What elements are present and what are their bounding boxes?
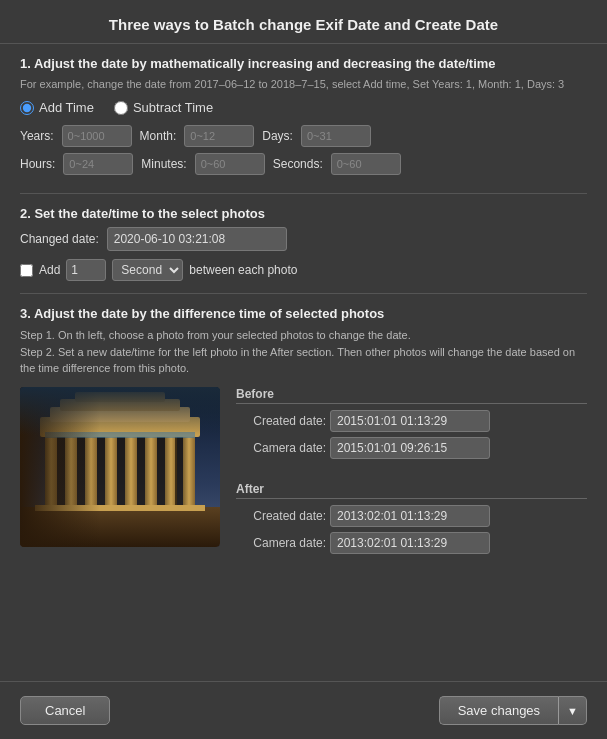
radio-subtract-time-label: Subtract Time [133, 100, 213, 115]
section3-title: 3. Adjust the date by the difference tim… [20, 306, 587, 321]
before-camera-input[interactable] [330, 437, 490, 459]
after-created-label: Created date: [236, 509, 326, 523]
svg-rect-20 [157, 437, 165, 507]
before-camera-label: Camera date: [236, 441, 326, 455]
section3-step2: Step 2. Set a new date/time for the left… [20, 344, 587, 377]
minutes-label: Minutes: [141, 157, 186, 171]
changed-date-input[interactable] [107, 227, 287, 251]
month-label: Month: [140, 129, 177, 143]
svg-rect-1 [20, 387, 220, 547]
before-panel: Before Created date: Camera date: [236, 387, 587, 464]
radio-row: Add Time Subtract Time [20, 100, 587, 115]
before-camera-row: Camera date: [236, 437, 587, 459]
between-label: between each photo [189, 263, 297, 277]
before-created-row: Created date: [236, 410, 587, 432]
svg-rect-13 [165, 437, 177, 507]
add-between-row: Add Second Minute Hour Day between each … [20, 259, 587, 281]
section1: 1. Adjust the date by mathematically inc… [20, 56, 587, 194]
svg-rect-2 [20, 507, 220, 547]
svg-rect-17 [97, 437, 105, 507]
after-panel: After Created date: Camera date: [236, 482, 587, 559]
save-button-group: Save changes ▼ [439, 696, 587, 725]
before-label: Before [236, 387, 587, 404]
svg-rect-21 [175, 437, 183, 507]
years-input[interactable] [62, 125, 132, 147]
hours-label: Hours: [20, 157, 55, 171]
svg-rect-7 [45, 437, 57, 507]
main-window: Three ways to Batch change Exif Date and… [0, 0, 607, 739]
svg-rect-4 [50, 407, 190, 422]
radio-subtract-time-input[interactable] [114, 101, 128, 115]
radio-subtract-time[interactable]: Subtract Time [114, 100, 213, 115]
radio-add-time-input[interactable] [20, 101, 34, 115]
save-dropdown-button[interactable]: ▼ [558, 696, 587, 725]
month-input[interactable] [184, 125, 254, 147]
section3-hint: Step 1. On th left, choose a photo from … [20, 327, 587, 377]
add-value-input[interactable] [66, 259, 106, 281]
add-checkbox[interactable] [20, 264, 33, 277]
minutes-input[interactable] [195, 153, 265, 175]
photo-thumbnail[interactable] [20, 387, 220, 547]
after-created-row: Created date: [236, 505, 587, 527]
changed-date-label: Changed date: [20, 232, 99, 246]
svg-rect-5 [60, 399, 180, 411]
window-title: Three ways to Batch change Exif Date and… [20, 16, 587, 33]
changed-date-row: Changed date: [20, 227, 587, 251]
title-bar: Three ways to Batch change Exif Date and… [0, 0, 607, 44]
after-camera-row: Camera date: [236, 532, 587, 554]
days-input[interactable] [301, 125, 371, 147]
svg-rect-6 [75, 392, 165, 402]
unit-dropdown[interactable]: Second Minute Hour Day [112, 259, 183, 281]
before-created-input[interactable] [330, 410, 490, 432]
svg-rect-12 [145, 437, 157, 507]
hours-input[interactable] [63, 153, 133, 175]
svg-rect-0 [20, 387, 220, 547]
cancel-button[interactable]: Cancel [20, 696, 110, 725]
svg-rect-16 [77, 437, 85, 507]
after-created-input[interactable] [330, 505, 490, 527]
svg-rect-15 [57, 437, 65, 507]
days-label: Days: [262, 129, 293, 143]
section1-title: 1. Adjust the date by mathematically inc… [20, 56, 587, 71]
content-area: 1. Adjust the date by mathematically inc… [0, 44, 607, 681]
radio-add-time-label: Add Time [39, 100, 94, 115]
section3-content: Before Created date: Camera date: After [20, 387, 587, 559]
svg-rect-23 [45, 432, 195, 438]
after-label: After [236, 482, 587, 499]
add-label: Add [39, 263, 60, 277]
section2-title: 2. Set the date/time to the select photo… [20, 206, 587, 221]
years-label: Years: [20, 129, 54, 143]
fields-row-1: Years: Month: Days: [20, 125, 587, 147]
seconds-input[interactable] [331, 153, 401, 175]
svg-rect-11 [125, 437, 137, 507]
section3-step1: Step 1. On th left, choose a photo from … [20, 327, 587, 344]
svg-rect-14 [183, 437, 195, 507]
before-created-label: Created date: [236, 414, 326, 428]
seconds-label: Seconds: [273, 157, 323, 171]
svg-rect-22 [35, 505, 205, 511]
save-button[interactable]: Save changes [439, 696, 558, 725]
svg-rect-8 [65, 437, 77, 507]
svg-rect-18 [117, 437, 125, 507]
radio-add-time[interactable]: Add Time [20, 100, 94, 115]
svg-rect-10 [105, 437, 117, 507]
date-panels: Before Created date: Camera date: After [236, 387, 587, 559]
svg-rect-3 [40, 417, 200, 437]
after-camera-input[interactable] [330, 532, 490, 554]
svg-rect-9 [85, 437, 97, 507]
svg-rect-19 [137, 437, 145, 507]
after-camera-label: Camera date: [236, 536, 326, 550]
section2: 2. Set the date/time to the select photo… [20, 206, 587, 294]
section3: 3. Adjust the date by the difference tim… [20, 306, 587, 559]
footer: Cancel Save changes ▼ [0, 681, 607, 739]
section1-hint: For example, change the date from 2017–0… [20, 77, 587, 92]
fields-row-2: Hours: Minutes: Seconds: [20, 153, 587, 175]
